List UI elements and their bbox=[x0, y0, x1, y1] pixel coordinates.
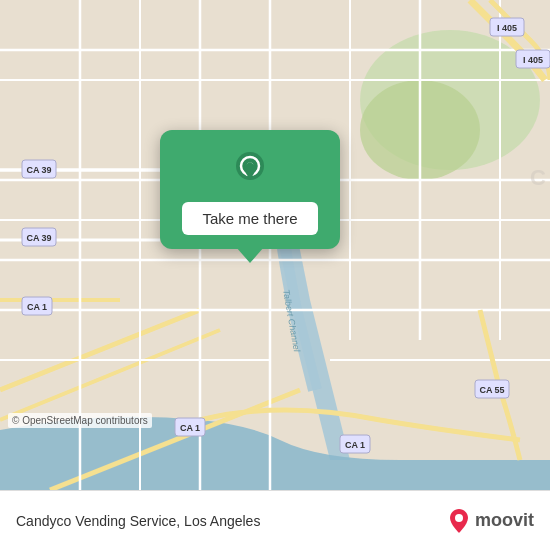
svg-text:I 405: I 405 bbox=[497, 23, 517, 33]
map-container: CA 39 CA 39 CA 1 CA 1 CA 1 CA 55 I 405 I… bbox=[0, 0, 550, 490]
bottom-bar: Candyco Vending Service, Los Angeles moo… bbox=[0, 490, 550, 550]
svg-text:C: C bbox=[530, 165, 546, 190]
svg-text:I 405: I 405 bbox=[523, 55, 543, 65]
moovit-pin-icon bbox=[447, 507, 471, 535]
moovit-text: moovit bbox=[475, 510, 534, 531]
svg-text:CA 39: CA 39 bbox=[26, 165, 51, 175]
svg-text:CA 1: CA 1 bbox=[345, 440, 365, 450]
take-me-there-button[interactable]: Take me there bbox=[182, 202, 317, 235]
location-name: Candyco Vending Service, Los Angeles bbox=[16, 513, 447, 529]
svg-text:CA 1: CA 1 bbox=[27, 302, 47, 312]
popup-card: Take me there bbox=[160, 130, 340, 249]
svg-text:CA 1: CA 1 bbox=[180, 423, 200, 433]
location-pin-icon bbox=[228, 148, 272, 192]
moovit-logo: moovit bbox=[447, 507, 534, 535]
copyright-text: © OpenStreetMap contributors bbox=[8, 413, 152, 428]
svg-text:CA 55: CA 55 bbox=[479, 385, 504, 395]
svg-text:CA 39: CA 39 bbox=[26, 233, 51, 243]
svg-point-45 bbox=[455, 514, 463, 522]
